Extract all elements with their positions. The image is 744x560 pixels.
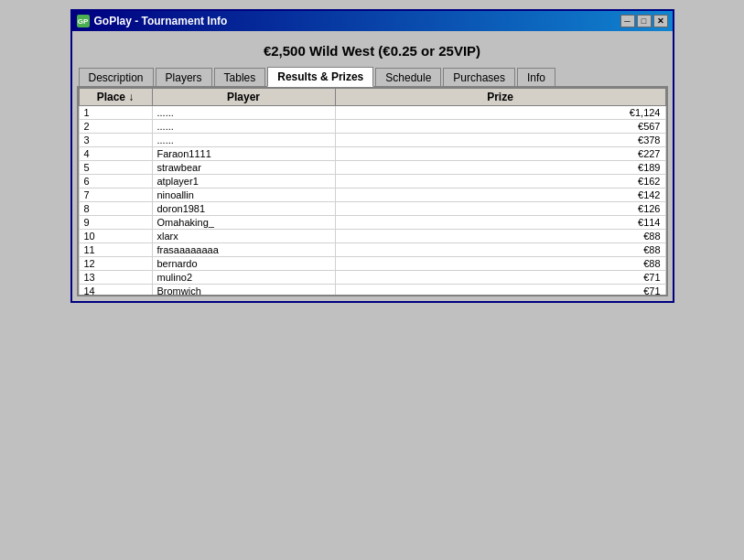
table-body: 1......€1,1242......€5673......€3784Fara… xyxy=(79,106,665,297)
table-row: 1......€1,124 xyxy=(79,106,665,120)
scroll-area[interactable]: Place ↓ Player Prize 1......€1,1242.....… xyxy=(79,88,666,296)
table-row: 6atplayer1€162 xyxy=(79,175,665,188)
cell-place: 13 xyxy=(79,271,152,285)
cell-player: ...... xyxy=(152,134,335,147)
cell-prize: €126 xyxy=(335,202,665,216)
cell-player: xlarx xyxy=(152,230,335,243)
close-button[interactable]: ✕ xyxy=(653,15,668,27)
cell-player: frasaaaaaaaa xyxy=(152,243,335,257)
cell-prize: €189 xyxy=(335,161,665,175)
table-row: 9Omahaking_€114 xyxy=(79,216,665,230)
cell-place: 11 xyxy=(79,243,152,257)
window-controls: ─ □ ✕ xyxy=(620,15,668,27)
table-row: 11frasaaaaaaaa€88 xyxy=(79,243,665,257)
cell-prize: €71 xyxy=(335,271,665,285)
cell-place: 4 xyxy=(79,147,152,161)
minimize-button[interactable]: ─ xyxy=(620,15,635,27)
cell-player: Omahaking_ xyxy=(152,216,335,230)
title-bar: GP GoPlay - Tournament Info ─ □ ✕ xyxy=(72,11,673,31)
cell-player: atplayer1 xyxy=(152,175,335,188)
cell-place: 7 xyxy=(79,188,152,202)
table-row: 4Faraon1111€227 xyxy=(79,147,665,161)
tab-schedule[interactable]: Schedule xyxy=(375,68,441,87)
table-row: 3......€378 xyxy=(79,134,665,147)
tournament-title: €2,500 Wild West (€0.25 or 25VIP) xyxy=(77,36,668,66)
content-area: €2,500 Wild West (€0.25 or 25VIP) Descri… xyxy=(72,31,673,301)
app-icon: GP xyxy=(77,15,90,27)
table-row: 5strawbear€189 xyxy=(79,161,665,175)
cell-place: 3 xyxy=(79,134,152,147)
cell-place: 10 xyxy=(79,230,152,243)
cell-prize: €71 xyxy=(335,285,665,297)
cell-prize: €88 xyxy=(335,257,665,271)
cell-place: 6 xyxy=(79,175,152,188)
cell-place: 12 xyxy=(79,257,152,271)
cell-prize: €142 xyxy=(335,188,665,202)
tab-tables[interactable]: Tables xyxy=(214,68,266,87)
cell-prize: €88 xyxy=(335,230,665,243)
cell-prize: €567 xyxy=(335,120,665,134)
results-table-container: Place ↓ Player Prize 1......€1,1242.....… xyxy=(77,86,668,296)
cell-player: ...... xyxy=(152,120,335,134)
cell-player: Faraon1111 xyxy=(152,147,335,161)
col-header-place: Place ↓ xyxy=(79,89,152,106)
tab-purchases[interactable]: Purchases xyxy=(443,68,515,87)
cell-player: Bromwich xyxy=(152,285,335,297)
cell-player: ninoallin xyxy=(152,188,335,202)
tab-bar: Description Players Tables Results & Pri… xyxy=(77,66,668,86)
cell-place: 2 xyxy=(79,120,152,134)
table-row: 8doron1981€126 xyxy=(79,202,665,216)
cell-player: doron1981 xyxy=(152,202,335,216)
title-bar-left: GP GoPlay - Tournament Info xyxy=(77,15,228,27)
cell-player: ...... xyxy=(152,106,335,120)
table-row: 14Bromwich€71 xyxy=(79,285,665,297)
cell-prize: €88 xyxy=(335,243,665,257)
cell-place: 14 xyxy=(79,285,152,297)
tab-results-prizes[interactable]: Results & Prizes xyxy=(267,67,373,87)
results-table: Place ↓ Player Prize 1......€1,1242.....… xyxy=(79,88,666,296)
col-header-player: Player xyxy=(152,89,335,106)
cell-prize: €162 xyxy=(335,175,665,188)
table-header-row: Place ↓ Player Prize xyxy=(79,89,665,106)
maximize-button[interactable]: □ xyxy=(637,15,652,27)
cell-place: 9 xyxy=(79,216,152,230)
main-window: GP GoPlay - Tournament Info ─ □ ✕ €2,500… xyxy=(70,9,674,303)
cell-prize: €227 xyxy=(335,147,665,161)
window-title: GoPlay - Tournament Info xyxy=(94,15,228,27)
cell-player: strawbear xyxy=(152,161,335,175)
cell-place: 1 xyxy=(79,106,152,120)
table-row: 13mulino2€71 xyxy=(79,271,665,285)
cell-place: 8 xyxy=(79,202,152,216)
cell-place: 5 xyxy=(79,161,152,175)
cell-prize: €378 xyxy=(335,134,665,147)
tab-info[interactable]: Info xyxy=(517,68,555,87)
cell-player: mulino2 xyxy=(152,271,335,285)
tab-description[interactable]: Description xyxy=(79,68,154,87)
table-row: 10xlarx€88 xyxy=(79,230,665,243)
table-row: 7ninoallin€142 xyxy=(79,188,665,202)
cell-prize: €114 xyxy=(335,216,665,230)
tab-players[interactable]: Players xyxy=(156,68,212,87)
col-header-prize: Prize xyxy=(335,89,665,106)
table-row: 2......€567 xyxy=(79,120,665,134)
table-row: 12bernardo€88 xyxy=(79,257,665,271)
cell-prize: €1,124 xyxy=(335,106,665,120)
cell-player: bernardo xyxy=(152,257,335,271)
